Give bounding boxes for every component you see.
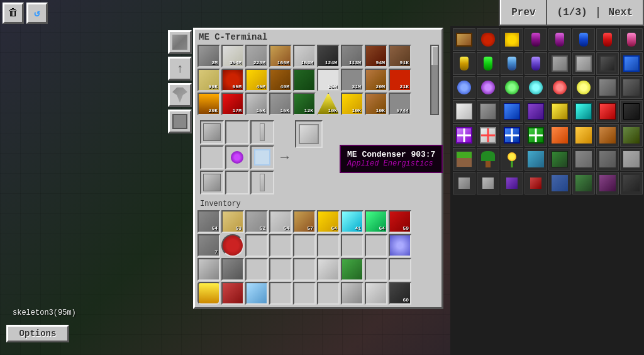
inv-item-emerald[interactable]: 64 bbox=[365, 210, 387, 233]
terminal-item-gold[interactable]: 45M bbox=[245, 69, 268, 91]
terminal-item-sticks[interactable]: 20M bbox=[365, 69, 387, 91]
inv-slot-3-3[interactable] bbox=[245, 258, 268, 281]
terminal-item-empty2[interactable]: 31M bbox=[341, 69, 364, 91]
inv-item-coal[interactable]: 60 bbox=[389, 282, 411, 305]
right-item-block-m[interactable] bbox=[572, 148, 595, 171]
sidebar-slot-2[interactable]: ↑ bbox=[168, 57, 192, 81]
terminal-item-gravel[interactable]: 220M bbox=[245, 45, 268, 67]
terminal-item-stone[interactable]: 2M bbox=[197, 45, 220, 67]
right-item-big-p[interactable] bbox=[596, 172, 619, 194]
right-item-chest[interactable] bbox=[453, 28, 475, 51]
trash-button[interactable]: 🗑 bbox=[3, 3, 24, 24]
inv-slot-3-5[interactable] bbox=[293, 258, 316, 281]
terminal-item-wood[interactable]: 166M bbox=[269, 45, 292, 67]
inv-slot-2-7[interactable] bbox=[341, 234, 364, 257]
terminal-item-coal[interactable]: 124M bbox=[317, 45, 340, 67]
right-item-small-c[interactable] bbox=[501, 172, 523, 194]
right-item-i[interactable] bbox=[525, 148, 547, 171]
inv-item-leaf[interactable] bbox=[341, 258, 364, 281]
right-item-block-blue[interactable] bbox=[620, 52, 643, 75]
right-item-cube-w[interactable] bbox=[453, 100, 475, 123]
craft-slot-1-1[interactable] bbox=[225, 145, 249, 169]
inv-item-compass[interactable] bbox=[245, 282, 268, 305]
terminal-item-cobble[interactable]: 113M bbox=[341, 45, 364, 67]
right-item-cube-r[interactable] bbox=[596, 100, 619, 123]
terminal-item-sand[interactable]: 354M bbox=[221, 45, 244, 67]
right-item-cube-p[interactable] bbox=[525, 100, 547, 123]
inv-item-stone2[interactable]: 7 bbox=[197, 234, 220, 257]
right-item-apple[interactable] bbox=[477, 28, 499, 51]
craft-slot-0-1[interactable] bbox=[225, 120, 249, 144]
inv-item-wood[interactable]: 57 bbox=[293, 210, 316, 233]
right-item-block-d2[interactable] bbox=[620, 76, 643, 99]
inv-item-redstone[interactable]: 59 bbox=[389, 210, 411, 233]
right-item-orb-green[interactable] bbox=[501, 76, 523, 99]
right-item-orb-cyan[interactable] bbox=[525, 76, 547, 99]
prev-button[interactable]: Prev bbox=[500, 0, 547, 25]
inv-item-pickaxe[interactable] bbox=[221, 258, 244, 281]
right-item-block-gray2[interactable] bbox=[572, 52, 595, 75]
terminal-item-redstone-dust[interactable]: 21K bbox=[389, 69, 411, 91]
craft-output-slot[interactable] bbox=[295, 120, 323, 148]
right-item-block-g2[interactable] bbox=[596, 76, 619, 99]
right-item-cube-y[interactable] bbox=[548, 100, 571, 123]
right-item-orb-purple[interactable] bbox=[477, 76, 499, 99]
right-item-grass-block[interactable] bbox=[453, 148, 475, 171]
recycle-button[interactable]: ↺ bbox=[26, 3, 48, 24]
inv-item-nether-star[interactable] bbox=[389, 234, 411, 257]
terminal-item-iron[interactable]: 153M bbox=[293, 45, 316, 67]
right-item-potion-r[interactable] bbox=[596, 28, 619, 51]
terminal-item-dirt[interactable]: 91K bbox=[389, 45, 411, 67]
inv-slot-2-4[interactable] bbox=[269, 234, 292, 257]
sidebar-slot-1[interactable] bbox=[168, 30, 192, 54]
inv-slot-4-4[interactable] bbox=[269, 282, 292, 305]
inv-item-condenser[interactable] bbox=[317, 258, 340, 281]
right-item-d[interactable] bbox=[620, 124, 643, 147]
terminal-item-arrow[interactable]: 9744 bbox=[389, 93, 411, 115]
terminal-item-gravel2[interactable]: 16K bbox=[269, 93, 292, 115]
right-item-orb-yellow[interactable] bbox=[572, 76, 595, 99]
craft-slot-2-2[interactable] bbox=[250, 171, 274, 194]
right-item-flower[interactable] bbox=[501, 148, 523, 171]
inv-item-gold[interactable]: 64 bbox=[317, 210, 340, 233]
right-item-potion-b2[interactable] bbox=[501, 52, 523, 75]
right-item-potion-pk[interactable] bbox=[620, 28, 643, 51]
inv-slot-3-8[interactable] bbox=[365, 258, 387, 281]
right-item-potion-g[interactable] bbox=[477, 52, 499, 75]
right-item-gift-b[interactable] bbox=[501, 124, 523, 147]
terminal-item-nether[interactable]: 94M bbox=[365, 45, 387, 67]
right-item-potion-y[interactable] bbox=[453, 52, 475, 75]
terminal-item-apple[interactable]: 65M bbox=[221, 69, 244, 91]
craft-slot-0-0[interactable] bbox=[200, 120, 224, 144]
terminal-item-wool[interactable]: 35M bbox=[317, 69, 340, 91]
inv-item-bottle[interactable] bbox=[197, 282, 220, 305]
craft-slot-1-2[interactable] bbox=[250, 145, 274, 169]
terminal-item-redstone[interactable]: 17M bbox=[221, 93, 244, 115]
inv-item-sand[interactable]: 63 bbox=[221, 210, 244, 233]
right-item-b[interactable] bbox=[572, 124, 595, 147]
craft-slot-0-2[interactable] bbox=[250, 120, 274, 144]
terminal-item-iron2[interactable]: 16K bbox=[245, 93, 268, 115]
right-item-cube-b[interactable] bbox=[501, 100, 523, 123]
inv-item-iron[interactable]: 64 bbox=[269, 210, 292, 233]
right-item-block-gray[interactable] bbox=[548, 52, 571, 75]
terminal-item-pyramid[interactable]: 10K bbox=[317, 93, 340, 115]
right-item-gift-g[interactable] bbox=[525, 124, 547, 147]
inv-item-gravel[interactable]: 62 bbox=[245, 210, 268, 233]
right-item-cube-d[interactable] bbox=[620, 100, 643, 123]
craft-slot-1-0[interactable] bbox=[200, 145, 224, 169]
terminal-scrollbar[interactable] bbox=[430, 45, 439, 115]
right-item-small-d[interactable] bbox=[525, 172, 547, 194]
right-item-small-b[interactable] bbox=[477, 172, 499, 194]
next-button[interactable]: Next bbox=[599, 0, 644, 25]
right-item-cube-c[interactable] bbox=[572, 100, 595, 123]
terminal-item-bush[interactable]: 12K bbox=[293, 93, 316, 115]
terminal-item-gold2[interactable]: 10K bbox=[341, 93, 364, 115]
sidebar-slot-3[interactable] bbox=[168, 83, 192, 107]
inv-item-diamond[interactable]: 41 bbox=[341, 210, 364, 233]
terminal-item-torch[interactable]: 20K bbox=[197, 93, 220, 115]
terminal-item-stick[interactable]: 10K bbox=[365, 93, 387, 115]
right-item-potion-p1[interactable] bbox=[525, 28, 547, 51]
terminal-item-sapling[interactable] bbox=[293, 69, 316, 91]
inv-slot-2-5[interactable] bbox=[293, 234, 316, 257]
